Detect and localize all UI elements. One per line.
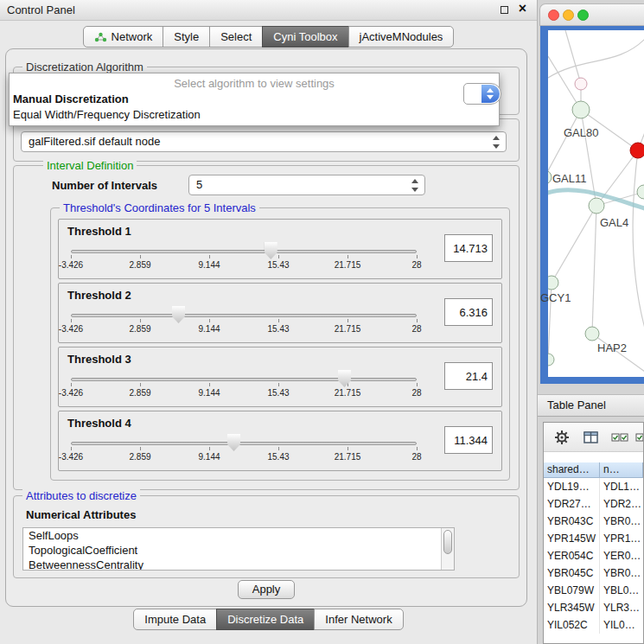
node-label[interactable]: GAL80 <box>564 126 598 139</box>
dropdown-placeholder-item[interactable]: Select algorithm to view settings <box>10 73 499 92</box>
tab-jactivemnodules[interactable]: jActiveMNodules <box>348 26 455 48</box>
combobox-stepper-icon[interactable] <box>411 178 420 193</box>
tab-select[interactable]: Select <box>209 26 263 48</box>
slider-track[interactable] <box>71 314 417 317</box>
threshold-slider[interactable]: -3.426 2.859 9.144 15.43 21.715 28 <box>71 369 417 400</box>
cell-shared-name[interactable]: YBL079W <box>544 582 600 599</box>
tab-impute-data[interactable]: Impute Data <box>133 609 217 630</box>
settings-gear-icon[interactable] <box>554 430 570 445</box>
table-data-combobox[interactable]: galFiltered.sif default node <box>21 131 507 152</box>
list-scrollbar[interactable] <box>441 528 454 570</box>
tab-style[interactable]: Style <box>163 26 210 48</box>
threshold-value-input[interactable] <box>444 234 493 262</box>
table-row[interactable]: YIL052CYIL0… <box>544 616 643 634</box>
threshold-3-block: Threshold 3 -3.426 2.859 9.144 15.43 21.… <box>58 347 502 407</box>
table-row[interactable]: YBL079WYBL0… <box>544 582 643 599</box>
float-window-icon[interactable] <box>501 6 508 14</box>
checkbox-pair-icon[interactable] <box>611 432 628 443</box>
threshold-value-input[interactable] <box>444 362 493 390</box>
list-item[interactable]: TopologicalCoefficient <box>23 543 454 558</box>
checkbox-list-icon[interactable] <box>635 432 644 443</box>
threshold-slider[interactable]: -3.426 2.859 9.144 15.43 21.715 28 <box>71 241 417 272</box>
node-label[interactable]: GCY1 <box>540 291 571 304</box>
scale-label: 21.715 <box>335 324 361 334</box>
table-columns-icon[interactable] <box>583 431 598 443</box>
slider-track[interactable] <box>71 442 417 445</box>
list-item[interactable]: SelfLoops <box>23 528 454 543</box>
combobox-stepper-icon[interactable] <box>481 85 500 103</box>
cell-shared-name[interactable]: YDL19… <box>544 478 600 495</box>
slider-knob[interactable] <box>265 242 277 259</box>
tab-infer-network[interactable]: Infer Network <box>314 609 403 630</box>
cell-name[interactable]: YER0… <box>600 547 643 564</box>
cell-name[interactable]: YDL1… <box>600 478 643 495</box>
tab-discretize-data[interactable]: Discretize Data <box>216 609 315 630</box>
threshold-value-input[interactable] <box>444 298 493 326</box>
node-label[interactable]: GAL4 <box>600 216 628 229</box>
node-label[interactable]: GAL11 <box>552 172 587 185</box>
node-label[interactable]: HAP2 <box>597 341 627 354</box>
apply-button[interactable]: Apply <box>238 580 295 599</box>
numerical-attributes-list[interactable]: SelfLoops TopologicalCoefficient Between… <box>22 527 455 571</box>
cell-name[interactable]: YIL0… <box>600 616 643 634</box>
table-row[interactable]: YER054CYER0… <box>544 547 643 564</box>
cell-name[interactable]: YLR3… <box>600 599 643 616</box>
cell-name[interactable]: YDR2… <box>600 495 643 513</box>
algorithm-combobox-stepper[interactable] <box>463 83 501 105</box>
close-icon[interactable]: × <box>519 1 526 16</box>
cell-shared-name[interactable]: YBR043C <box>544 513 600 530</box>
scrollbar-thumb[interactable] <box>443 530 452 554</box>
cell-name[interactable]: YBL0… <box>600 582 643 599</box>
threshold-4-block: Threshold 4 -3.426 2.859 9.144 15.43 21.… <box>58 411 502 471</box>
tab-cyni-toolbox[interactable]: Cyni Toolbox <box>262 26 348 48</box>
threshold-label: Threshold 2 <box>67 289 131 302</box>
scale-label: 2.859 <box>129 388 150 398</box>
tab-network[interactable]: Network <box>83 26 164 48</box>
slider-knob[interactable] <box>172 306 185 323</box>
column-header-shared-name[interactable]: shared… <box>544 462 600 478</box>
minimize-traffic-light[interactable] <box>563 10 574 21</box>
network-window-titlebar[interactable] <box>539 3 644 26</box>
zoom-traffic-light[interactable] <box>577 10 589 21</box>
table-row[interactable]: YDL19…YDL1… <box>544 478 643 495</box>
slider-knob[interactable] <box>338 370 351 387</box>
network-canvas[interactable] <box>548 30 644 377</box>
cell-shared-name[interactable]: YPR145W <box>544 530 600 547</box>
scale-label: 28 <box>411 324 421 334</box>
dropdown-item-manual-discretization[interactable]: Manual Discretization <box>10 92 499 107</box>
table-row[interactable]: YLR345WYLR3… <box>544 599 643 616</box>
number-of-intervals-combobox[interactable]: 5 <box>188 175 425 195</box>
column-header-name[interactable]: n… <box>600 462 643 478</box>
cell-name[interactable]: YBR0… <box>600 513 643 530</box>
close-traffic-light[interactable] <box>548 10 559 21</box>
cell-name[interactable]: YPR1… <box>600 530 643 547</box>
table-panel-titlebar: Table Panel <box>538 394 644 417</box>
threshold-slider[interactable]: -3.426 2.859 9.144 15.43 21.715 28 <box>71 433 417 464</box>
slider-tick <box>278 319 279 322</box>
table-row[interactable]: YPR145WYPR1… <box>544 530 643 547</box>
combobox-stepper-icon[interactable] <box>492 135 501 150</box>
table-row[interactable]: YBR043CYBR0… <box>544 513 643 530</box>
interval-definition-group: Interval Definition Number of Intervals … <box>13 165 520 490</box>
slider-track[interactable] <box>71 250 417 253</box>
slider-knob[interactable] <box>227 434 240 451</box>
slider-scale: -3.426 2.859 9.144 15.43 21.715 28 <box>71 388 417 399</box>
table-row[interactable]: YDR27…YDR2… <box>544 495 643 513</box>
cell-shared-name[interactable]: YLR345W <box>544 599 600 616</box>
cell-shared-name[interactable]: YER054C <box>544 547 600 564</box>
tab-label: Cyni Toolbox <box>273 30 337 43</box>
slider-tick <box>417 447 418 450</box>
cell-shared-name[interactable]: YIL052C <box>544 616 600 634</box>
threshold-value-input[interactable] <box>444 426 493 454</box>
list-item[interactable]: BetweennessCentrality <box>23 558 454 571</box>
slider-track[interactable] <box>71 378 417 381</box>
scale-label: -3.426 <box>59 260 83 270</box>
tab-label: jActiveMNodules <box>360 30 443 43</box>
cell-shared-name[interactable]: YDR27… <box>544 495 600 513</box>
dropdown-item-equal-width-frequency[interactable]: Equal Width/Frequency Discretization <box>10 107 499 123</box>
scale-label: -3.426 <box>59 452 83 462</box>
threshold-slider[interactable]: -3.426 2.859 9.144 15.43 21.715 28 <box>71 305 417 336</box>
table-row[interactable]: YBR045CYBR0… <box>544 564 643 582</box>
cell-name[interactable]: YBR0… <box>600 564 643 582</box>
cell-shared-name[interactable]: YBR045C <box>544 564 600 582</box>
